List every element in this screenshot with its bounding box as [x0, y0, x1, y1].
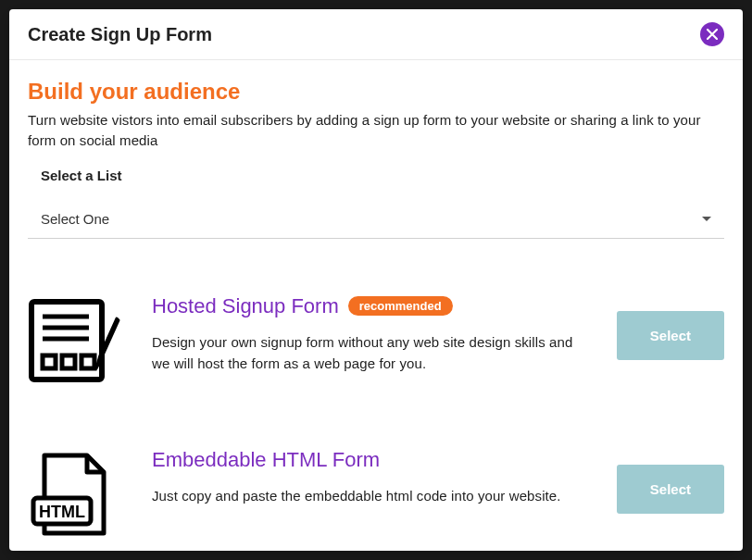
list-field-label: Select a List — [41, 168, 724, 183]
recommended-badge: recommended — [348, 296, 453, 316]
html-file-icon: HTML — [28, 448, 120, 537]
close-icon — [707, 29, 718, 40]
option-embed-text: Embeddable HTML Form Just copy and paste… — [152, 448, 585, 506]
modal-body: Build your audience Turn website vistors… — [9, 60, 743, 551]
option-embed-desc: Just copy and paste the embeddable html … — [152, 485, 585, 506]
close-button[interactable] — [700, 22, 724, 46]
list-select-value: Select One — [41, 211, 109, 227]
chevron-down-icon — [702, 217, 711, 221]
option-hosted-action: Select — [617, 294, 724, 360]
option-hosted-text: Hosted Signup Form recommended Design yo… — [152, 294, 585, 375]
section-title: Build your audience — [28, 79, 724, 105]
create-signup-form-modal: Create Sign Up Form Build your audience … — [9, 9, 743, 551]
option-hosted-title: Hosted Signup Form — [152, 294, 339, 318]
svg-rect-6 — [81, 355, 94, 368]
list-select[interactable]: Select One — [28, 202, 724, 239]
option-embed-action: Select — [617, 448, 724, 514]
option-embed-title-row: Embeddable HTML Form — [152, 448, 585, 472]
section-subtitle: Turn website vistors into email subscrib… — [28, 110, 724, 151]
select-hosted-button[interactable]: Select — [617, 311, 724, 360]
option-hosted-desc: Design your own signup form without any … — [152, 331, 585, 375]
option-hosted-title-row: Hosted Signup Form recommended — [152, 294, 585, 318]
select-embed-button[interactable]: Select — [617, 465, 724, 514]
modal-title: Create Sign Up Form — [28, 24, 212, 45]
option-embed-title: Embeddable HTML Form — [152, 448, 380, 472]
svg-rect-5 — [62, 355, 75, 368]
option-embed: HTML Embeddable HTML Form Just copy and … — [28, 448, 724, 537]
modal-header: Create Sign Up Form — [9, 9, 743, 60]
form-pencil-icon — [28, 294, 120, 383]
option-hosted: Hosted Signup Form recommended Design yo… — [28, 294, 724, 383]
svg-rect-4 — [43, 355, 56, 368]
svg-text:HTML: HTML — [39, 503, 85, 521]
